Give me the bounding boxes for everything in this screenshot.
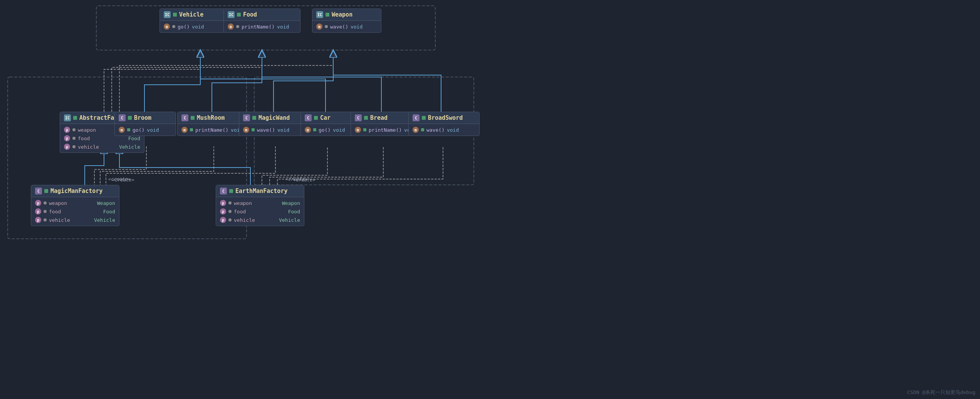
class-car-title: Car — [320, 114, 331, 121]
method-return: void — [147, 127, 159, 133]
field-type-vehicle: Vehicle — [94, 217, 115, 223]
field-row: p vehicle Vehicle — [34, 216, 116, 224]
dot — [172, 25, 175, 28]
field-row: p vehicle Vehicle — [63, 142, 141, 151]
class-earthmanfactory-title: EarthManFactory — [235, 188, 287, 194]
field-food: food — [234, 209, 246, 215]
class-icon: C — [305, 114, 312, 121]
abstract-icon: IC — [64, 114, 71, 121]
vis-m-icon: m — [181, 127, 188, 133]
class-food: IC Food m printName() void — [223, 8, 300, 33]
method-row: m go() void — [163, 22, 225, 31]
green-square — [191, 116, 195, 120]
vis-p-icon: p — [35, 200, 41, 206]
field-row: p vehicle Vehicle — [219, 216, 301, 224]
green-square — [229, 189, 233, 193]
vis-p-icon: p — [64, 127, 70, 133]
field-type-food: Food — [288, 209, 300, 215]
class-icon: C — [119, 114, 126, 121]
class-magicwand-body: m wave() void — [239, 124, 310, 136]
method-row: m wave() void — [242, 126, 307, 134]
class-broom-header: C Broom — [115, 112, 176, 124]
create-label-earth: «create» — [285, 176, 307, 182]
class-weapon-header: IC Weapon — [312, 9, 381, 21]
vis-m-icon: m — [305, 127, 311, 133]
class-broadsword-body: m wave() void — [409, 124, 479, 136]
class-magicwand-title: MagicWand — [258, 114, 290, 121]
method-name: wave() — [257, 127, 275, 133]
class-broom-title: Broom — [134, 114, 151, 121]
class-icon: C — [35, 188, 42, 194]
green-square — [326, 13, 329, 17]
class-icon: C — [413, 114, 420, 121]
class-earthmanfactory-header: C EarthManFactory — [216, 185, 304, 197]
class-broadsword: C BroadSword m wave() void — [408, 112, 480, 136]
method-return: void — [277, 24, 289, 30]
green-square — [73, 116, 77, 120]
vis-p-icon: p — [35, 208, 41, 215]
method-return: void — [333, 127, 345, 133]
interface-icon: IC — [228, 11, 235, 18]
dot — [44, 218, 47, 221]
field-vehicle: vehicle — [234, 217, 255, 223]
method-name: go() — [319, 127, 331, 133]
dot — [228, 201, 232, 205]
class-vehicle-body: m go() void — [160, 21, 228, 32]
dot — [44, 201, 47, 205]
method-row: m go() void — [304, 126, 357, 134]
class-food-header: IC Food — [224, 9, 300, 21]
class-vehicle: IC Vehicle m go() void — [159, 8, 229, 33]
class-earthmanfactory: C EarthManFactory p weapon Weapon p food… — [216, 185, 304, 226]
green-sq-small — [252, 128, 255, 131]
class-icon: C — [355, 114, 362, 121]
field-type-vehicle: Vehicle — [279, 217, 300, 223]
vis-p-icon: p — [220, 208, 226, 215]
class-food-title: Food — [243, 11, 257, 18]
method-name: go() — [178, 24, 190, 30]
vis-m-icon: m — [243, 127, 249, 133]
method-row: m go() void — [118, 126, 173, 134]
diagram-container: «create» «create» IC Vehicle m go() void… — [0, 0, 980, 399]
vis-p-icon: p — [220, 200, 226, 206]
green-square — [422, 116, 426, 120]
class-broom-body: m go() void — [115, 124, 176, 136]
class-food-body: m printName() void — [224, 21, 300, 32]
class-magicmanfactory-title: MagicManFactory — [50, 188, 102, 194]
dot — [72, 137, 76, 140]
field-row: p weapon Weapon — [34, 199, 116, 207]
method-return: void — [351, 24, 362, 30]
class-earthmanfactory-body: p weapon Weapon p food Food p vehicle Ve… — [216, 197, 304, 226]
class-icon: C — [220, 188, 227, 194]
dot — [72, 128, 76, 131]
field-vehicle: vehicle — [49, 217, 70, 223]
class-mushroom-title: MushRoom — [197, 114, 225, 121]
field-row: p food Food — [34, 207, 116, 216]
green-square — [314, 116, 318, 120]
vis-p-icon: p — [35, 217, 41, 223]
class-bread-title: Bread — [370, 114, 388, 121]
dot — [236, 25, 239, 28]
field-food: food — [49, 209, 61, 215]
green-square — [364, 116, 368, 120]
method-row: m wave() void — [315, 22, 378, 31]
field-row: p food Food — [219, 207, 301, 216]
vis-m-icon: m — [316, 23, 322, 30]
class-weapon-body: m wave() void — [312, 21, 381, 32]
class-weapon-title: Weapon — [332, 11, 352, 18]
vis-p-icon: p — [220, 217, 226, 223]
green-square — [237, 13, 241, 17]
method-return: void — [447, 127, 459, 133]
method-return: void — [192, 24, 204, 30]
class-broom: C Broom m go() void — [114, 112, 176, 136]
class-magicwand: C MagicWand m wave() void — [239, 112, 310, 136]
connections-svg — [0, 0, 980, 399]
field-vehicle: vehicle — [78, 144, 99, 150]
field-weapon: weapon — [78, 127, 96, 133]
class-magicwand-header: C MagicWand — [239, 112, 310, 124]
class-vehicle-title: Vehicle — [179, 11, 203, 18]
field-type-weapon: Weapon — [282, 200, 300, 206]
class-icon: C — [181, 114, 188, 121]
watermark: CSDN @杀死一只知更鸟debug — [907, 389, 975, 396]
method-name: printName() — [242, 24, 275, 30]
method-row: m wave() void — [412, 126, 476, 134]
